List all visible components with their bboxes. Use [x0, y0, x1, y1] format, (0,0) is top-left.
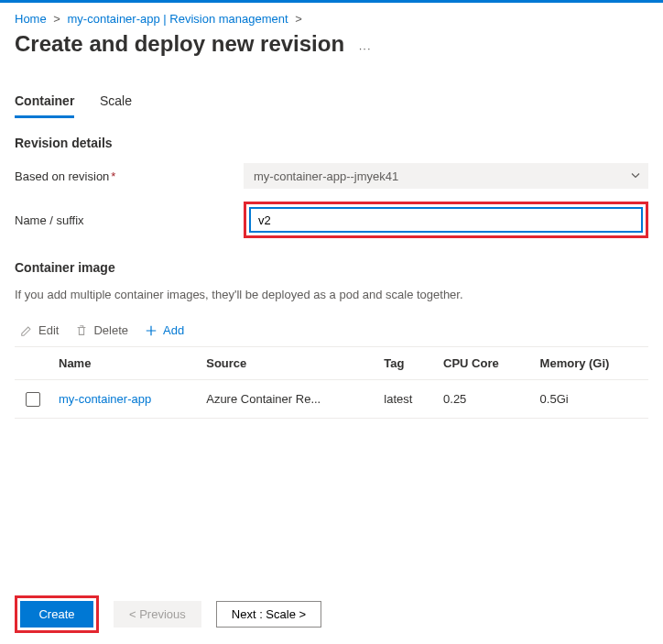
- row-memory: 0.5Gi: [533, 380, 648, 419]
- row-tag: latest: [376, 380, 436, 419]
- breadcrumb-item[interactable]: my-container-app | Revision management: [68, 12, 288, 26]
- tab-scale[interactable]: Scale: [100, 86, 132, 115]
- chevron-down-icon: [631, 169, 640, 183]
- container-image-title: Container image: [15, 260, 648, 275]
- breadcrumb-home[interactable]: Home: [15, 12, 47, 26]
- revision-details-title: Revision details: [15, 136, 648, 150]
- container-image-helper: If you add multiple container images, th…: [15, 288, 648, 301]
- row-source: Azure Container Re...: [199, 380, 376, 419]
- pencil-icon: [20, 324, 33, 337]
- table-header-tag[interactable]: Tag: [376, 347, 436, 380]
- trash-icon: [75, 324, 88, 337]
- breadcrumb: Home > my-container-app | Revision manag…: [15, 12, 648, 26]
- table-header-memory[interactable]: Memory (Gi): [533, 347, 648, 380]
- table-header-cpu[interactable]: CPU Core: [436, 347, 533, 380]
- name-suffix-input[interactable]: [249, 207, 643, 233]
- image-toolbar: Edit Delete Add: [15, 314, 648, 346]
- breadcrumb-separator: >: [295, 12, 302, 26]
- create-button[interactable]: Create: [20, 601, 93, 628]
- add-button[interactable]: Add: [145, 323, 184, 337]
- plus-icon: [145, 324, 158, 337]
- previous-button: < Previous: [114, 601, 201, 628]
- based-on-revision-value: my-container-app--jmyek41: [254, 169, 398, 183]
- required-indicator: *: [111, 169, 115, 183]
- table-header-name[interactable]: Name: [51, 347, 199, 380]
- edit-button[interactable]: Edit: [20, 323, 59, 337]
- highlight-name-suffix: [244, 202, 648, 238]
- based-on-revision-label: Based on revision*: [15, 169, 244, 183]
- container-table: Name Source Tag CPU Core Memory (Gi) my-…: [15, 346, 648, 419]
- table-row: my-container-app Azure Container Re... l…: [15, 380, 648, 419]
- name-suffix-label: Name / suffix: [15, 213, 244, 227]
- footer-actions: Create < Previous Next : Scale >: [0, 584, 663, 644]
- row-cpu: 0.25: [436, 380, 533, 419]
- row-name-link[interactable]: my-container-app: [59, 392, 151, 406]
- tabs: Container Scale: [15, 86, 648, 119]
- based-on-revision-select[interactable]: my-container-app--jmyek41: [244, 163, 648, 189]
- breadcrumb-separator: >: [53, 12, 60, 26]
- tab-container[interactable]: Container: [15, 86, 74, 118]
- delete-button[interactable]: Delete: [75, 323, 128, 337]
- table-header-source[interactable]: Source: [199, 347, 376, 380]
- highlight-create: Create: [15, 595, 99, 633]
- next-button[interactable]: Next : Scale >: [216, 601, 321, 628]
- page-title: Create and deploy new revision: [15, 31, 344, 57]
- row-checkbox[interactable]: [26, 392, 40, 407]
- more-actions-button[interactable]: ···: [359, 41, 372, 55]
- table-header-checkbox: [15, 347, 51, 380]
